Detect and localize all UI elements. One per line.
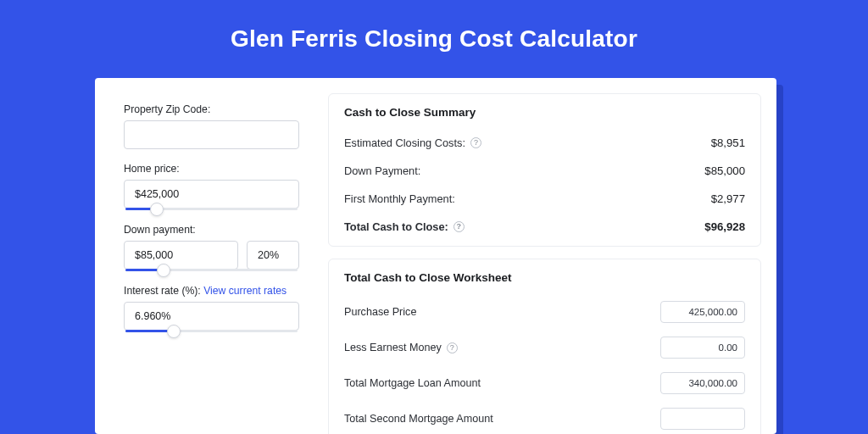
down-payment-input[interactable] [124,241,238,270]
worksheet-row-earnest-money: Less Earnest Money ? [344,330,745,365]
worksheet-input-earnest-money[interactable] [660,337,745,359]
worksheet-input-second-mortgage[interactable] [660,408,745,430]
summary-value: $85,000 [704,164,745,177]
interest-rate-slider[interactable] [124,330,299,332]
worksheet-title: Total Cash to Close Worksheet [344,271,745,284]
interest-rate-slider-thumb[interactable] [167,325,181,338]
home-price-slider[interactable] [124,208,299,210]
summary-value: $8,951 [711,136,745,149]
calculator-card: Property Zip Code: Home price: Down paym… [95,78,776,434]
page-root: Glen Ferris Closing Cost Calculator Prop… [0,0,868,434]
interest-rate-field: Interest rate (%): View current rates [124,285,299,332]
down-payment-field: Down payment: [124,224,299,271]
results-column: Cash to Close Summary Estimated Closing … [320,78,776,434]
worksheet-label-text: Total Second Mortgage Amount [344,413,493,425]
worksheet-label: Purchase Price [344,306,416,318]
summary-row-first-monthly: First Monthly Payment: $2,977 [344,185,745,213]
summary-row-total-cash: Total Cash to Close: ? $96,928 [344,213,745,241]
worksheet-input-purchase-price[interactable] [660,301,745,323]
summary-label-text: Estimated Closing Costs: [344,136,465,149]
interest-rate-label-text: Interest rate (%): [124,285,203,297]
worksheet-card: Total Cash to Close Worksheet Purchase P… [328,259,761,434]
down-payment-slider[interactable] [124,269,299,271]
worksheet-row-mortgage-amount: Total Mortgage Loan Amount [344,365,745,401]
help-icon[interactable]: ? [447,342,458,353]
summary-label: First Monthly Payment: [344,192,455,205]
down-payment-slider-thumb[interactable] [157,264,170,277]
worksheet-label: Total Second Mortgage Amount [344,413,493,425]
home-price-slider-thumb[interactable] [150,203,164,216]
worksheet-label-text: Purchase Price [344,306,416,318]
home-price-field: Home price: [124,163,299,210]
zip-label: Property Zip Code: [124,103,299,115]
summary-label-text: First Monthly Payment: [344,192,455,205]
summary-card: Cash to Close Summary Estimated Closing … [328,93,761,247]
worksheet-input-mortgage-amount[interactable] [660,372,745,394]
zip-field: Property Zip Code: [124,103,299,149]
worksheet-label: Less Earnest Money ? [344,342,458,353]
interest-rate-label: Interest rate (%): View current rates [124,285,299,297]
summary-label-text: Down Payment: [344,164,420,177]
summary-value: $2,977 [711,192,745,205]
summary-title: Cash to Close Summary [344,106,745,119]
summary-label-text: Total Cash to Close: [344,220,448,233]
down-payment-label: Down payment: [124,224,299,236]
summary-label: Down Payment: [344,164,420,177]
worksheet-row-purchase-price: Purchase Price [344,294,745,330]
worksheet-label-text: Total Mortgage Loan Amount [344,377,481,389]
home-price-label: Home price: [124,163,299,175]
down-payment-pct-input[interactable] [247,241,299,270]
worksheet-row-second-mortgage: Total Second Mortgage Amount [344,401,745,434]
worksheet-label-text: Less Earnest Money [344,342,442,353]
summary-label: Estimated Closing Costs: ? [344,136,481,149]
summary-value: $96,928 [704,220,745,233]
view-rates-link[interactable]: View current rates [203,285,287,297]
input-sidebar: Property Zip Code: Home price: Down paym… [95,78,320,434]
help-icon[interactable]: ? [470,137,481,148]
zip-input[interactable] [124,120,299,149]
summary-row-closing-costs: Estimated Closing Costs: ? $8,951 [344,129,745,157]
worksheet-label: Total Mortgage Loan Amount [344,377,481,389]
summary-row-down-payment: Down Payment: $85,000 [344,157,745,185]
interest-rate-input[interactable] [124,302,299,331]
help-icon[interactable]: ? [453,221,465,232]
page-title: Glen Ferris Closing Cost Calculator [0,0,868,71]
summary-label: Total Cash to Close: ? [344,220,465,233]
